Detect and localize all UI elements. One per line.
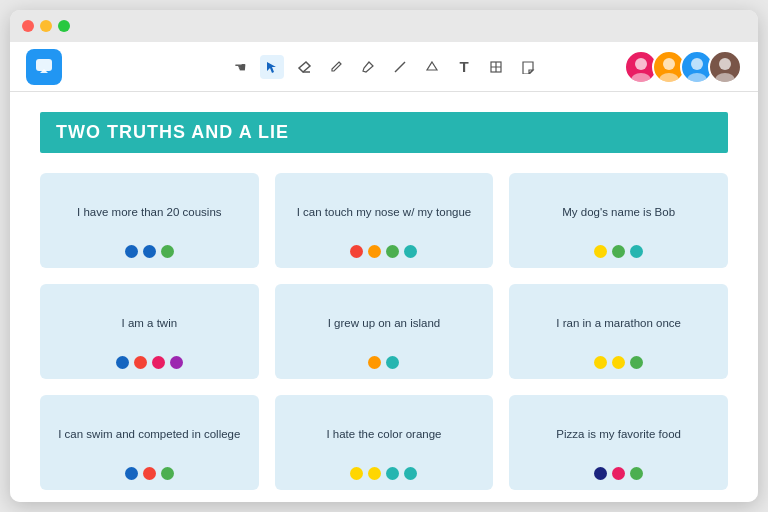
card-3-dot-3	[630, 245, 643, 258]
card-7-text: I can swim and competed in college	[58, 409, 240, 459]
page-title: TWO TRUTHS AND A LIE	[56, 122, 289, 142]
card-4-text: I am a twin	[122, 298, 178, 348]
card-6[interactable]: I ran in a marathon once	[509, 284, 728, 379]
card-9-dot-1	[594, 467, 607, 480]
card-6-text: I ran in a marathon once	[556, 298, 681, 348]
card-3-dots	[594, 245, 643, 258]
marker-tool[interactable]	[356, 55, 380, 79]
card-3-text: My dog's name is Bob	[562, 187, 675, 237]
card-4-dot-4	[170, 356, 183, 369]
card-8-dot-2	[368, 467, 381, 480]
card-2-dots	[350, 245, 417, 258]
text-tool[interactable]: T	[452, 55, 476, 79]
svg-point-12	[719, 58, 731, 70]
eraser-tool[interactable]	[292, 55, 316, 79]
card-7-dot-1	[125, 467, 138, 480]
card-5-dot-1	[368, 356, 381, 369]
card-3-dot-2	[612, 245, 625, 258]
table-tool[interactable]	[484, 55, 508, 79]
traffic-lights	[22, 20, 70, 32]
avatar-4	[708, 50, 742, 84]
card-1-dot-2	[143, 245, 156, 258]
card-8[interactable]: I hate the color orange	[275, 395, 494, 490]
svg-marker-2	[427, 62, 437, 70]
card-9-text: Pizza is my favorite food	[556, 409, 681, 459]
card-8-dot-1	[350, 467, 363, 480]
select-tool[interactable]	[260, 55, 284, 79]
card-3[interactable]: My dog's name is Bob	[509, 173, 728, 268]
card-4[interactable]: I am a twin	[40, 284, 259, 379]
minimize-button[interactable]	[40, 20, 52, 32]
app-window: ☚ T	[10, 10, 758, 502]
card-2[interactable]: I can touch my nose w/ my tongue	[275, 173, 494, 268]
toolbar-tools: ☚ T	[228, 55, 540, 79]
card-2-dot-2	[368, 245, 381, 258]
title-bar	[10, 10, 758, 42]
svg-point-11	[687, 73, 707, 82]
card-5[interactable]: I grew up on an island	[275, 284, 494, 379]
card-6-dots	[594, 356, 643, 369]
card-5-dot-2	[386, 356, 399, 369]
line-tool[interactable]	[388, 55, 412, 79]
card-6-dot-2	[612, 356, 625, 369]
card-7[interactable]: I can swim and competed in college	[40, 395, 259, 490]
svg-point-7	[631, 73, 651, 82]
card-5-dots	[368, 356, 399, 369]
card-9[interactable]: Pizza is my favorite food	[509, 395, 728, 490]
toolbar: ☚ T	[10, 42, 758, 92]
card-8-text: I hate the color orange	[326, 409, 441, 459]
card-6-dot-1	[594, 356, 607, 369]
svg-point-8	[663, 58, 675, 70]
card-1[interactable]: I have more than 20 cousins	[40, 173, 259, 268]
card-1-dot-3	[161, 245, 174, 258]
toolbar-avatars	[630, 50, 742, 84]
card-7-dot-3	[161, 467, 174, 480]
card-9-dot-3	[630, 467, 643, 480]
svg-line-1	[395, 62, 405, 72]
card-1-dot-1	[125, 245, 138, 258]
cards-grid: I have more than 20 cousinsI can touch m…	[40, 173, 728, 490]
card-8-dot-4	[404, 467, 417, 480]
card-1-text: I have more than 20 cousins	[77, 187, 221, 237]
card-8-dots	[350, 467, 417, 480]
pen-tool[interactable]	[324, 55, 348, 79]
card-8-dot-3	[386, 467, 399, 480]
svg-point-10	[691, 58, 703, 70]
card-4-dot-2	[134, 356, 147, 369]
shape-tool[interactable]	[420, 55, 444, 79]
card-6-dot-3	[630, 356, 643, 369]
svg-point-9	[659, 73, 679, 82]
card-7-dots	[125, 467, 174, 480]
hand-tool[interactable]: ☚	[228, 55, 252, 79]
page-title-bar: TWO TRUTHS AND A LIE	[40, 112, 728, 153]
maximize-button[interactable]	[58, 20, 70, 32]
card-2-dot-3	[386, 245, 399, 258]
card-5-text: I grew up on an island	[328, 298, 441, 348]
note-tool[interactable]	[516, 55, 540, 79]
app-logo	[26, 49, 62, 85]
svg-point-6	[635, 58, 647, 70]
close-button[interactable]	[22, 20, 34, 32]
content-area: TWO TRUTHS AND A LIE I have more than 20…	[10, 92, 758, 502]
card-3-dot-1	[594, 245, 607, 258]
card-9-dot-2	[612, 467, 625, 480]
card-4-dots	[116, 356, 183, 369]
card-2-dot-4	[404, 245, 417, 258]
card-1-dots	[125, 245, 174, 258]
card-2-dot-1	[350, 245, 363, 258]
card-4-dot-1	[116, 356, 129, 369]
card-9-dots	[594, 467, 643, 480]
svg-point-13	[715, 73, 735, 82]
card-7-dot-2	[143, 467, 156, 480]
card-4-dot-3	[152, 356, 165, 369]
card-2-text: I can touch my nose w/ my tongue	[297, 187, 472, 237]
